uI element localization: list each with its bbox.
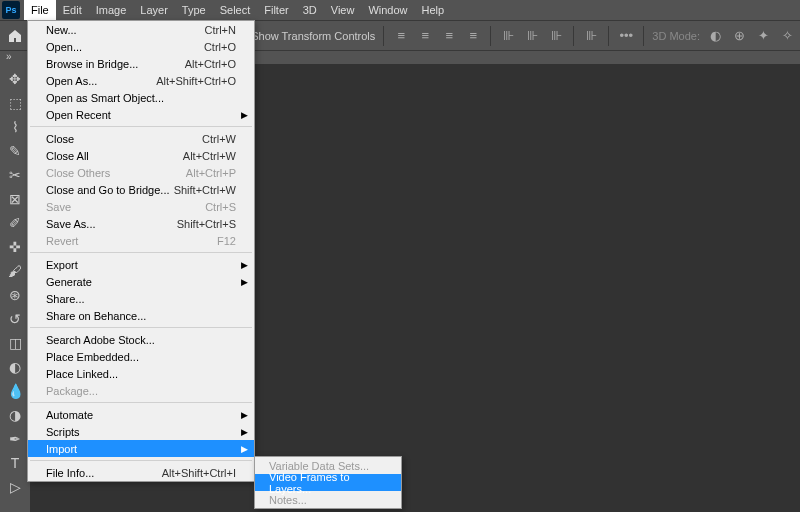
- menu-item[interactable]: CloseCtrl+W: [28, 130, 254, 147]
- menu-shortcut: Alt+Ctrl+P: [186, 167, 236, 179]
- menu-item-label: Scripts: [46, 426, 236, 438]
- menu-item[interactable]: New...Ctrl+N: [28, 21, 254, 38]
- type-tool-icon[interactable]: T: [3, 452, 27, 474]
- menu-filter[interactable]: Filter: [257, 0, 295, 20]
- menu-shortcut: Ctrl+S: [205, 201, 236, 213]
- menu-item-label: File Info...: [46, 467, 162, 479]
- 3d-pan-icon[interactable]: ✦: [754, 27, 772, 45]
- marquee-tool-icon[interactable]: ⬚: [3, 92, 27, 114]
- 3d-roll-icon[interactable]: ⊕: [730, 27, 748, 45]
- menu-item-label: Revert: [46, 235, 217, 247]
- menu-image[interactable]: Image: [89, 0, 134, 20]
- menu-item: Package...: [28, 382, 254, 399]
- menu-item-label: Place Linked...: [46, 368, 236, 380]
- blur-tool-icon[interactable]: 💧: [3, 380, 27, 402]
- eyedropper-tool-icon[interactable]: ✐: [3, 212, 27, 234]
- menu-type[interactable]: Type: [175, 0, 213, 20]
- menu-item-label: Share...: [46, 293, 236, 305]
- menu-item-label: Open...: [46, 41, 204, 53]
- menu-item: SaveCtrl+S: [28, 198, 254, 215]
- align-center-icon[interactable]: ≡: [416, 27, 434, 45]
- menu-item[interactable]: Open...Ctrl+O: [28, 38, 254, 55]
- menu-file[interactable]: File: [24, 0, 56, 20]
- menu-item-label: Browse in Bridge...: [46, 58, 185, 70]
- menu-shortcut: Ctrl+O: [204, 41, 236, 53]
- distribute-icon[interactable]: ⊪: [582, 27, 600, 45]
- tools-panel: ✥ ⬚ ⌇ ✎ ✂ ⊠ ✐ ✜ 🖌 ⊛ ↺ ◫ ◐ 💧 ◑ ✒ T ▷: [0, 64, 30, 512]
- menu-shortcut: Ctrl+W: [202, 133, 236, 145]
- dodge-tool-icon[interactable]: ◑: [3, 404, 27, 426]
- stamp-tool-icon[interactable]: ⊛: [3, 284, 27, 306]
- menu-item[interactable]: Scripts▶: [28, 423, 254, 440]
- menu-item[interactable]: Automate▶: [28, 406, 254, 423]
- menu-separator: [30, 327, 252, 328]
- menu-bar: Ps File Edit Image Layer Type Select Fil…: [0, 0, 800, 20]
- menu-view[interactable]: View: [324, 0, 362, 20]
- heal-tool-icon[interactable]: ✜: [3, 236, 27, 258]
- menu-item[interactable]: Close and Go to Bridge...Shift+Ctrl+W: [28, 181, 254, 198]
- path-tool-icon[interactable]: ▷: [3, 476, 27, 498]
- distribute-icon[interactable]: ⊪: [547, 27, 565, 45]
- menu-3d[interactable]: 3D: [296, 0, 324, 20]
- menu-edit[interactable]: Edit: [56, 0, 89, 20]
- menu-separator: [30, 252, 252, 253]
- menu-item-label: Import: [46, 443, 236, 455]
- 3d-mode-label: 3D Mode:: [652, 30, 700, 42]
- menu-select[interactable]: Select: [213, 0, 258, 20]
- 3d-slide-icon[interactable]: ✧: [778, 27, 796, 45]
- menu-item[interactable]: Place Embedded...: [28, 348, 254, 365]
- align-icon[interactable]: ≡: [464, 27, 482, 45]
- brush-tool-icon[interactable]: 🖌: [3, 260, 27, 282]
- menu-item: Close OthersAlt+Ctrl+P: [28, 164, 254, 181]
- menu-item-label: Automate: [46, 409, 236, 421]
- menu-item: RevertF12: [28, 232, 254, 249]
- menu-item[interactable]: Place Linked...: [28, 365, 254, 382]
- menu-item-label: Open As...: [46, 75, 156, 87]
- transform-controls-label[interactable]: Show Transform Controls: [251, 30, 375, 42]
- menu-shortcut: Alt+Ctrl+O: [185, 58, 236, 70]
- wand-tool-icon[interactable]: ✎: [3, 140, 27, 162]
- menu-shortcut: Ctrl+N: [205, 24, 236, 36]
- menu-item[interactable]: Generate▶: [28, 273, 254, 290]
- menu-separator: [30, 126, 252, 127]
- separator: [573, 26, 574, 46]
- lasso-tool-icon[interactable]: ⌇: [3, 116, 27, 138]
- submenu-item[interactable]: Video Frames to Layers...: [255, 474, 401, 491]
- menu-item[interactable]: Browse in Bridge...Alt+Ctrl+O: [28, 55, 254, 72]
- app-logo: Ps: [2, 1, 20, 19]
- menu-shortcut: Shift+Ctrl+W: [174, 184, 236, 196]
- menu-window[interactable]: Window: [361, 0, 414, 20]
- submenu-arrow-icon: ▶: [241, 410, 248, 420]
- home-icon[interactable]: [4, 25, 26, 47]
- menu-item[interactable]: Close AllAlt+Ctrl+W: [28, 147, 254, 164]
- align-left-icon[interactable]: ≡: [392, 27, 410, 45]
- menu-separator: [30, 402, 252, 403]
- crop-tool-icon[interactable]: ✂: [3, 164, 27, 186]
- gradient-tool-icon[interactable]: ◐: [3, 356, 27, 378]
- menu-item[interactable]: Share on Behance...: [28, 307, 254, 324]
- menu-shortcut: Alt+Shift+Ctrl+O: [156, 75, 236, 87]
- menu-item[interactable]: Save As...Shift+Ctrl+S: [28, 215, 254, 232]
- 3d-orbit-icon[interactable]: ◐: [706, 27, 724, 45]
- frame-tool-icon[interactable]: ⊠: [3, 188, 27, 210]
- distribute-icon[interactable]: ⊪: [523, 27, 541, 45]
- menu-item[interactable]: Open Recent▶: [28, 106, 254, 123]
- menu-item[interactable]: File Info...Alt+Shift+Ctrl+I: [28, 464, 254, 481]
- pen-tool-icon[interactable]: ✒: [3, 428, 27, 450]
- more-icon[interactable]: •••: [617, 27, 635, 45]
- align-right-icon[interactable]: ≡: [440, 27, 458, 45]
- move-tool-icon[interactable]: ✥: [3, 68, 27, 90]
- menu-item[interactable]: Export▶: [28, 256, 254, 273]
- menu-help[interactable]: Help: [415, 0, 452, 20]
- menu-item[interactable]: Open As...Alt+Shift+Ctrl+O: [28, 72, 254, 89]
- menu-item[interactable]: Share...: [28, 290, 254, 307]
- menu-item[interactable]: Open as Smart Object...: [28, 89, 254, 106]
- history-brush-icon[interactable]: ↺: [3, 308, 27, 330]
- menu-item[interactable]: Import▶: [28, 440, 254, 457]
- submenu-arrow-icon: ▶: [241, 427, 248, 437]
- submenu-arrow-icon: ▶: [241, 277, 248, 287]
- eraser-tool-icon[interactable]: ◫: [3, 332, 27, 354]
- menu-layer[interactable]: Layer: [133, 0, 175, 20]
- menu-item[interactable]: Search Adobe Stock...: [28, 331, 254, 348]
- distribute-icon[interactable]: ⊪: [499, 27, 517, 45]
